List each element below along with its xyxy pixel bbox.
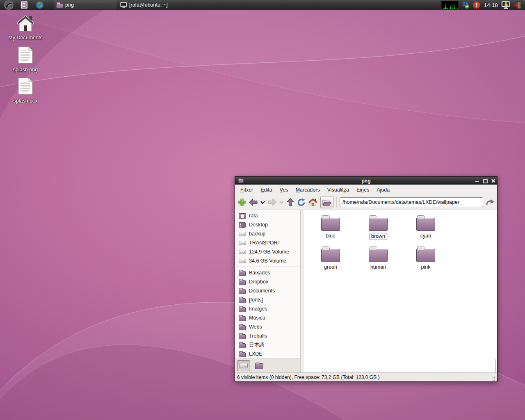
place-label: Desktop (249, 222, 268, 228)
place-label: rafa (249, 213, 258, 219)
drive-icon (240, 363, 248, 368)
bookmark-label: Música (249, 315, 265, 321)
menu-fitxer[interactable]: Fitxer (237, 186, 257, 194)
jump-to-button[interactable] (486, 199, 494, 206)
refresh-button[interactable] (297, 198, 306, 207)
bookmark-documents[interactable]: Documents (235, 286, 300, 295)
file-tile-green[interactable]: green (307, 246, 354, 277)
bookmark-label: Imatges (249, 306, 267, 312)
resize-grip[interactable] (492, 377, 496, 381)
bookmark-label: Treballs (249, 333, 267, 339)
drive-icon (239, 241, 246, 245)
places-separator (235, 267, 300, 267)
place-volume-346[interactable]: 34,6 GB Volume (235, 256, 300, 265)
update-alert-icon[interactable] (472, 1, 481, 9)
menubar: Fitxer Edita Ves Marcadors Visualitza Ei… (235, 185, 497, 195)
menu-marcadors[interactable]: Marcadors (292, 186, 324, 194)
logout-icon[interactable] (514, 1, 522, 9)
place-transport[interactable]: TRANSPORT (235, 238, 300, 247)
menu-logo-icon[interactable] (3, 0, 14, 9)
titlebar[interactable]: png (235, 177, 497, 185)
file-tile-cyan[interactable]: cyan (402, 215, 450, 246)
bookmark-label: [fonts] (249, 297, 263, 303)
forward-arrow-icon (268, 199, 276, 206)
file-label-selected[interactable]: brown (369, 233, 387, 240)
new-tab-button[interactable] (238, 198, 246, 206)
bookmark-treballs[interactable]: Treballs (235, 331, 300, 340)
minimize-button[interactable] (475, 179, 479, 183)
file-label: pink (421, 264, 431, 270)
desktop-icon (239, 222, 246, 228)
bookmark-label: Webs (249, 324, 262, 330)
side-pane-folder-button[interactable] (320, 196, 333, 208)
place-backup[interactable]: backup (235, 229, 300, 238)
task-button-terminal[interactable]: [rafa@ubuntu: ~] (118, 0, 180, 9)
back-arrow-icon (249, 199, 258, 206)
home-button[interactable] (308, 198, 317, 206)
menu-eines[interactable]: Eines (353, 186, 373, 194)
window-content: rafa Desktop backup TRANSPORT 124,9 GB V… (235, 210, 497, 372)
up-arrow-icon (287, 198, 294, 206)
bookmark-japanese[interactable]: 日本語 (235, 340, 300, 349)
home-icon (16, 15, 35, 32)
place-desktop[interactable]: Desktop (235, 220, 300, 229)
folder-icon (239, 325, 246, 330)
files-view[interactable]: blue brown cyan green human pink (304, 210, 497, 372)
desktop-icon-label: My Documents (7, 35, 44, 41)
desktop-icon-my-documents[interactable]: My Documents (7, 15, 44, 41)
menu-visualitza[interactable]: Visualitza (324, 186, 353, 194)
back-history-dropdown[interactable] (260, 201, 265, 204)
place-rafa[interactable]: rafa (235, 211, 300, 220)
web-browser-launcher-icon[interactable] (34, 0, 45, 9)
file-tile-brown[interactable]: brown (354, 215, 402, 246)
path-input[interactable] (340, 197, 483, 207)
menu-edita[interactable]: Edita (257, 186, 276, 194)
bookmark-webs[interactable]: Webs (235, 322, 300, 331)
task-button-png[interactable]: png (54, 0, 116, 9)
desktop-icon-label: splash.pcx (7, 98, 44, 104)
back-button[interactable] (249, 199, 258, 206)
cpu-monitor-icon[interactable] (441, 1, 459, 9)
file-manager-launcher-icon[interactable] (19, 0, 30, 9)
bookmark-imatges[interactable]: Imatges (235, 304, 300, 313)
task-label: [rafa@ubuntu: ~] (129, 2, 168, 8)
up-button[interactable] (287, 198, 294, 206)
clock[interactable]: 14:18 (484, 2, 498, 8)
status-text: 6 visible items (0 hidden), Free space: … (237, 374, 380, 380)
pane-splitter[interactable] (301, 210, 304, 372)
place-volume-1249[interactable]: 124,9 GB Volume (235, 247, 300, 256)
system-tray: 14:18 (441, 1, 525, 9)
bookmark-label: Dropbox (249, 279, 268, 285)
forward-button[interactable] (268, 199, 276, 206)
file-tile-blue[interactable]: blue (307, 215, 354, 246)
folder-icon (239, 280, 246, 285)
menu-ajuda[interactable]: Ajuda (373, 186, 393, 194)
maximize-button[interactable] (483, 179, 487, 183)
file-tile-human[interactable]: human (354, 246, 402, 277)
file-tile-pink[interactable]: pink (402, 246, 450, 277)
desktop-icon-splash-png[interactable]: splash.png (7, 46, 44, 73)
bookmark-lxde[interactable]: LXDE (235, 349, 300, 358)
bookmark-label: Baixades (249, 270, 270, 276)
statusbar: 6 visible items (0 hidden), Free space: … (235, 372, 497, 381)
bookmark-baixades[interactable]: Baixades (235, 268, 300, 277)
close-button[interactable] (491, 179, 495, 183)
bookmark-dropbox[interactable]: Dropbox (235, 277, 300, 286)
folder-icon (239, 352, 246, 357)
places-view-toggle[interactable] (237, 360, 250, 371)
folder-icon (321, 249, 340, 262)
bookmark-fonts[interactable]: [fonts] (235, 295, 300, 304)
toolbar (235, 195, 497, 210)
tree-view-toggle[interactable] (253, 360, 266, 371)
lock-screen-icon[interactable] (501, 1, 510, 9)
jump-arrow-icon (486, 199, 494, 206)
bookmark-label: LXDE (249, 351, 262, 357)
dropbox-tray-icon[interactable] (462, 1, 469, 9)
forward-history-dropdown[interactable] (279, 201, 284, 204)
bookmark-musica[interactable]: Música (235, 313, 300, 322)
menu-ves[interactable]: Ves (276, 186, 292, 194)
document-icon (18, 46, 33, 64)
window-title: png (235, 178, 497, 184)
desktop-icon-splash-pcx[interactable]: splash.pcx (7, 77, 44, 104)
place-label: TRANSPORT (249, 240, 281, 246)
